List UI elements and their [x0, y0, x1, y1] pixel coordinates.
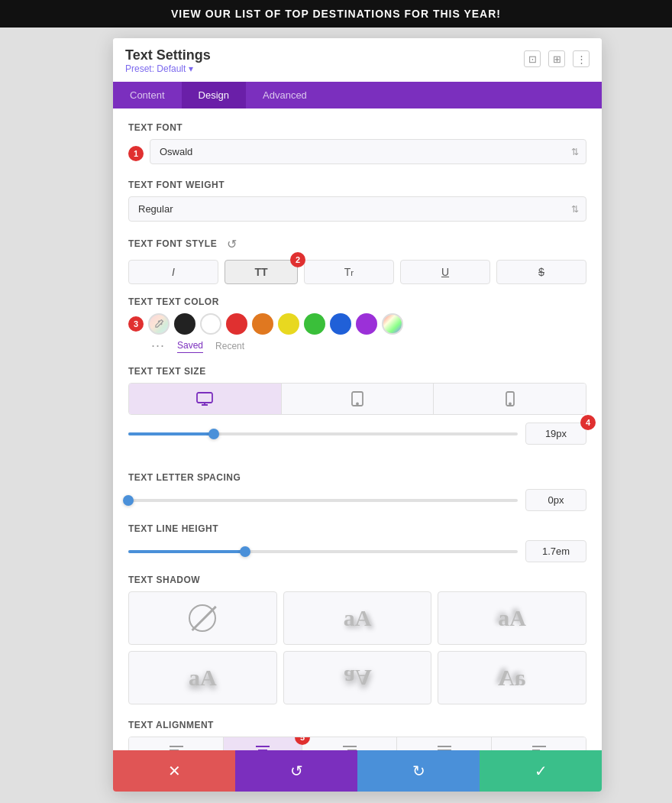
badge-4: 4	[580, 415, 596, 430]
confirm-button[interactable]: ✓	[480, 750, 602, 792]
top-banner: VIEW OUR LIST OF TOP DESTINATIONS FOR TH…	[0, 0, 672, 28]
panel-title: Text Settings	[125, 47, 211, 63]
font-weight-select[interactable]: Regular Bold Light Medium	[128, 196, 586, 222]
color-red[interactable]	[226, 313, 247, 335]
text-size-thumb[interactable]	[208, 429, 219, 439]
tab-design[interactable]: Design	[182, 82, 246, 108]
align-center[interactable]	[224, 737, 302, 750]
line-height-label: Text Line Height	[128, 523, 586, 534]
align-right[interactable]	[302, 737, 397, 750]
color-green[interactable]	[304, 313, 325, 335]
shadow-none[interactable]	[128, 591, 277, 645]
tab-content[interactable]: Content	[113, 82, 182, 108]
color-more-dots[interactable]: ···	[151, 338, 165, 354]
color-swatches: 3	[128, 313, 586, 335]
letter-spacing-label: Text Letter Spacing	[128, 472, 586, 483]
text-color-label: Text Text Color	[128, 296, 586, 307]
color-eyedropper[interactable]	[148, 313, 170, 335]
panel-title-block: Text Settings Preset: Default ▾	[125, 47, 211, 74]
align-more[interactable]	[492, 737, 586, 750]
text-shadow-label: Text Shadow	[128, 575, 586, 585]
color-blue[interactable]	[330, 313, 351, 335]
alignment-buttons: 5	[128, 737, 586, 750]
svg-rect-0	[197, 393, 212, 403]
letter-spacing-track[interactable]	[128, 499, 518, 502]
redo-button[interactable]: ↻	[357, 750, 480, 792]
font-style-reset[interactable]: ↺	[221, 234, 241, 254]
tabs-bar: Content Design Advanced	[113, 82, 602, 108]
device-desktop[interactable]	[129, 384, 282, 414]
shadow-options: aA aA aA aA aA	[128, 591, 586, 704]
text-font-label: Text Font	[128, 122, 586, 133]
device-mobile[interactable]	[434, 384, 586, 414]
color-tab-recent[interactable]: Recent	[215, 339, 244, 353]
letter-spacing-thumb[interactable]	[123, 495, 134, 506]
reset-button[interactable]: ↺	[235, 750, 357, 792]
style-uppercase[interactable]: TT	[225, 260, 298, 284]
svg-point-4	[509, 403, 511, 405]
text-settings-panel: Text Settings Preset: Default ▾ ⊡ ⊞ ⋮ Co…	[113, 38, 602, 792]
color-picker[interactable]	[382, 313, 403, 335]
device-tablet[interactable]	[282, 384, 435, 414]
color-yellow[interactable]	[278, 313, 299, 335]
font-style-buttons: I TT 2 Tr U $	[128, 260, 586, 284]
line-height-thumb[interactable]	[240, 546, 250, 557]
cancel-button[interactable]: ✕	[113, 750, 235, 792]
text-alignment-label: Text Alignment	[128, 720, 214, 730]
split-icon[interactable]: ⊞	[548, 50, 565, 67]
line-height-track[interactable]	[128, 550, 518, 553]
panel-preset[interactable]: Preset: Default ▾	[125, 63, 211, 74]
style-strikethrough[interactable]: $	[496, 260, 586, 284]
panel-header: Text Settings Preset: Default ▾ ⊡ ⊞ ⋮	[113, 38, 602, 74]
shadow-option-4[interactable]: aA	[283, 651, 432, 704]
settings-content: Text Font 1 Oswald Arial Georgia Roboto …	[113, 108, 602, 750]
shadow-option-2[interactable]: aA	[438, 591, 586, 645]
copy-icon[interactable]: ⊡	[524, 50, 541, 67]
text-size-track[interactable]	[128, 432, 518, 435]
text-size-value[interactable]: 19px	[525, 423, 586, 445]
color-tab-saved[interactable]: Saved	[177, 338, 203, 353]
style-italic[interactable]: I	[128, 260, 218, 284]
badge-1: 1	[128, 146, 144, 161]
shadow-option-1[interactable]: aA	[283, 591, 432, 645]
text-font-weight-label: Text Font Weight	[128, 180, 586, 190]
badge-2: 2	[290, 252, 305, 267]
no-shadow-icon	[189, 604, 216, 632]
align-justify[interactable]	[397, 737, 492, 750]
letter-spacing-value[interactable]: 0px	[525, 489, 586, 511]
line-height-value[interactable]: 1.7em	[525, 540, 586, 562]
svg-point-2	[357, 403, 358, 405]
device-buttons	[128, 383, 586, 415]
text-size-label: Text Text Size	[128, 366, 586, 377]
panel-header-icons: ⊡ ⊞ ⋮	[524, 50, 590, 67]
more-options-icon[interactable]: ⋮	[573, 50, 590, 67]
text-font-style-label: Text Font Style	[128, 238, 217, 249]
align-left[interactable]	[129, 737, 224, 750]
color-orange[interactable]	[252, 313, 273, 335]
shadow-option-3[interactable]: aA	[128, 651, 277, 704]
tab-advanced[interactable]: Advanced	[246, 82, 324, 108]
badge-3: 3	[128, 316, 144, 332]
shadow-option-5[interactable]: aA	[438, 651, 586, 704]
style-underline[interactable]: U	[400, 260, 490, 284]
color-black[interactable]	[174, 313, 195, 335]
footer-bar: ✕ ↺ ↻ ✓	[113, 750, 602, 792]
font-select[interactable]: Oswald Arial Georgia Roboto	[150, 139, 586, 164]
color-purple[interactable]	[356, 313, 377, 335]
color-white[interactable]	[200, 313, 221, 335]
style-capitalize[interactable]: Tr	[304, 260, 394, 284]
